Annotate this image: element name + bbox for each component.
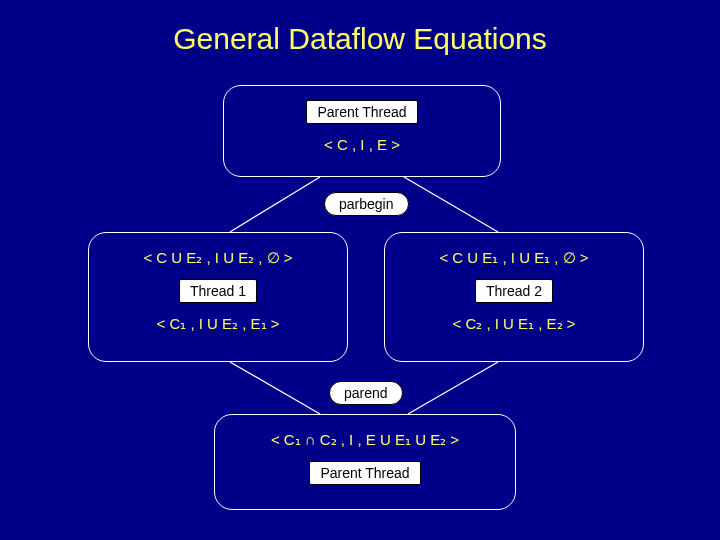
thread-2-out-tuple: < C₂ , I U E₁ , E₂ > [452,315,575,333]
parend-label: parend [329,381,403,405]
thread-1-in-tuple: < C U E₂ , I U E₂ , ∅ > [143,249,292,267]
svg-line-0 [230,177,320,232]
svg-line-3 [408,362,498,414]
page-title: General Dataflow Equations [0,22,720,56]
thread-2-in-tuple: < C U E₁ , I U E₁ , ∅ > [439,249,588,267]
parent-thread-top-node: Parent Thread < C , I , E > [223,85,501,177]
parent-thread-top-tuple: < C , I , E > [324,136,400,153]
parent-thread-bottom-node: < C₁ ∩ C₂ , I , E U E₁ U E₂ > Parent Thr… [214,414,516,510]
thread-1-node: < C U E₂ , I U E₂ , ∅ > Thread 1 < C₁ , … [88,232,348,362]
thread-2-label: Thread 2 [475,279,553,303]
svg-line-2 [230,362,320,414]
thread-1-out-tuple: < C₁ , I U E₂ , E₁ > [156,315,279,333]
thread-1-label: Thread 1 [179,279,257,303]
thread-2-node: < C U E₁ , I U E₁ , ∅ > Thread 2 < C₂ , … [384,232,644,362]
parbegin-label: parbegin [324,192,409,216]
parent-thread-bottom-tuple: < C₁ ∩ C₂ , I , E U E₁ U E₂ > [271,431,459,449]
parent-thread-bottom-label: Parent Thread [309,461,420,485]
svg-line-1 [404,177,498,232]
parent-thread-top-label: Parent Thread [306,100,417,124]
